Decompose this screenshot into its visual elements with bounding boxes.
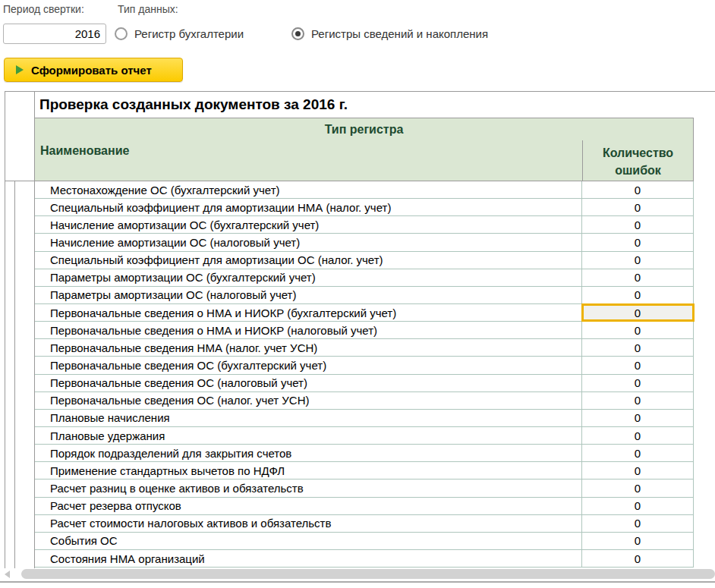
table-row: Плановые начисления 0 bbox=[35, 410, 694, 427]
column-header-name: Наименование bbox=[35, 140, 583, 181]
error-count-cell[interactable]: 0 bbox=[582, 339, 694, 356]
app-window: Период свертки: Тип данных: Регистр бухг… bbox=[0, 0, 715, 588]
register-name-cell[interactable]: События ОС bbox=[35, 533, 582, 549]
error-count-cell[interactable]: 0 bbox=[582, 515, 694, 532]
table-row: Плановые удержания 0 bbox=[35, 427, 694, 445]
table-row: Порядок подразделений для закрытия счето… bbox=[35, 445, 694, 462]
error-count-cell[interactable]: 0 bbox=[582, 216, 694, 233]
error-count-cell[interactable]: 0 bbox=[582, 462, 694, 479]
error-count-cell[interactable]: 0 bbox=[582, 322, 694, 338]
radio-info-accumulation-registers[interactable]: Регистры сведений и накопления bbox=[291, 27, 488, 40]
error-count-cell[interactable]: 0 bbox=[582, 304, 694, 321]
register-name-cell[interactable]: Специальный коэффициент для амортизации … bbox=[35, 252, 582, 269]
register-name-cell[interactable]: Начисление амортизации ОС (бухгалтерский… bbox=[35, 216, 582, 233]
register-name-cell[interactable]: Плановые удержания bbox=[35, 427, 582, 444]
row-group-gutter-line bbox=[14, 181, 15, 568]
error-count-cell[interactable]: 0 bbox=[582, 392, 694, 409]
play-icon bbox=[16, 65, 24, 74]
register-name-cell[interactable]: Первоначальные сведения о НМА и НИОКР (б… bbox=[35, 304, 582, 321]
error-count-cell[interactable]: 0 bbox=[582, 375, 694, 391]
register-name-cell[interactable]: Первоначальные сведения ОС (налоговый уч… bbox=[35, 375, 582, 391]
register-name-cell[interactable]: Первоначальные сведения о НМА и НИОКР (н… bbox=[35, 322, 582, 338]
register-name-cell[interactable]: Расчет резерва отпусков bbox=[35, 498, 582, 514]
register-name-cell[interactable]: Специальный коэффициент для амортизации … bbox=[35, 199, 582, 215]
table-row: Специальный коэффициент для амортизации … bbox=[35, 252, 694, 269]
scrollbar-thumb[interactable] bbox=[21, 569, 715, 579]
period-label: Период свертки: bbox=[3, 3, 84, 15]
radio-checked-icon[interactable] bbox=[291, 27, 304, 40]
register-name-cell[interactable]: Параметры амортизации ОС (налоговый учет… bbox=[35, 287, 582, 303]
table-row: Расчет разниц в оценке активов и обязате… bbox=[35, 480, 694, 497]
radio-info-accumulation-registers-label[interactable]: Регистры сведений и накопления bbox=[311, 27, 488, 40]
register-type-header: Тип регистра bbox=[34, 118, 694, 141]
table-row: Расчет стоимости налоговых активов и обя… bbox=[35, 515, 694, 533]
table-row: События ОС 0 bbox=[35, 533, 694, 550]
table-row: Параметры амортизации ОС (налоговый учет… bbox=[35, 287, 694, 304]
table-left-border bbox=[5, 91, 5, 568]
window-bottom-divider bbox=[0, 581, 715, 583]
scroll-left-arrow-icon[interactable] bbox=[5, 571, 10, 578]
register-name-cell[interactable]: Применение стандартных вычетов по НДФЛ bbox=[35, 462, 582, 479]
register-name-cell[interactable]: Параметры амортизации ОС (бухгалтерский … bbox=[35, 269, 582, 286]
table-row: Состояния НМА организаций 0 bbox=[35, 550, 694, 568]
register-name-cell[interactable]: Расчет стоимости налоговых активов и обя… bbox=[35, 515, 582, 532]
generate-report-button-label: Сформировать отчет bbox=[31, 64, 152, 77]
table-row: Параметры амортизации ОС (бухгалтерский … bbox=[35, 269, 694, 287]
report-rows: Местонахождение ОС (бухгалтерский учет) … bbox=[35, 181, 694, 568]
table-row: Первоначальные сведения ОС (налог. учет … bbox=[35, 392, 694, 410]
radio-accounting-register-label[interactable]: Регистр бухгалтерии bbox=[134, 27, 244, 40]
generate-report-button[interactable]: Сформировать отчет bbox=[4, 58, 183, 82]
table-row: Первоначальные сведения НМА (налог. учет… bbox=[35, 339, 694, 357]
table-row: Начисление амортизации ОС (налоговый уче… bbox=[35, 234, 694, 251]
register-name-cell[interactable]: Первоначальные сведения ОС (налог. учет … bbox=[35, 392, 582, 409]
horizontal-scrollbar[interactable] bbox=[0, 568, 715, 580]
register-name-cell[interactable]: Плановые начисления bbox=[35, 410, 582, 426]
error-count-cell[interactable]: 0 bbox=[582, 550, 694, 567]
error-count-cell[interactable]: 0 bbox=[582, 480, 694, 496]
register-name-cell[interactable]: Начисление амортизации ОС (налоговый уче… bbox=[35, 234, 582, 250]
register-name-cell[interactable]: Первоначальные сведения ОС (бухгалтерски… bbox=[35, 357, 582, 373]
table-row: Первоначальные сведения о НМА и НИОКР (н… bbox=[35, 322, 694, 339]
register-name-cell[interactable]: Первоначальные сведения НМА (налог. учет… bbox=[35, 339, 582, 356]
table-row: Специальный коэффициент для амортизации … bbox=[35, 199, 694, 216]
error-count-cell[interactable]: 0 bbox=[582, 445, 694, 461]
error-count-cell[interactable]: 0 bbox=[582, 287, 694, 303]
error-count-cell[interactable]: 0 bbox=[582, 357, 694, 373]
error-count-cell[interactable]: 0 bbox=[582, 533, 694, 549]
error-count-cell[interactable]: 0 bbox=[582, 199, 694, 215]
gutter-bottom-border bbox=[5, 181, 35, 181]
column-headers: Наименование Количество ошибок bbox=[34, 140, 694, 181]
table-row: Начисление амортизации ОС (бухгалтерский… bbox=[35, 216, 694, 234]
register-name-cell[interactable]: Расчет разниц в оценке активов и обязате… bbox=[35, 480, 582, 496]
error-count-cell[interactable]: 0 bbox=[582, 498, 694, 514]
error-count-cell[interactable]: 0 bbox=[582, 269, 694, 286]
column-header-error-count: Количество ошибок bbox=[583, 140, 693, 181]
table-row: Первоначальные сведения ОС (бухгалтерски… bbox=[35, 357, 694, 374]
data-type-label: Тип данных: bbox=[118, 3, 178, 15]
error-count-cell[interactable]: 0 bbox=[582, 181, 694, 198]
report-title: Проверка созданных документов за 2016 г. bbox=[39, 92, 692, 117]
table-row: Первоначальные сведения ОС (налоговый уч… bbox=[35, 375, 694, 392]
period-input[interactable] bbox=[3, 24, 106, 44]
error-count-cell[interactable]: 0 bbox=[582, 427, 694, 444]
error-count-cell[interactable]: 0 bbox=[582, 234, 694, 250]
table-row: Первоначальные сведения о НМА и НИОКР (б… bbox=[35, 304, 694, 322]
error-count-cell[interactable]: 0 bbox=[582, 410, 694, 426]
table-row: Расчет резерва отпусков 0 bbox=[35, 498, 694, 515]
register-name-cell[interactable]: Порядок подразделений для закрытия счето… bbox=[35, 445, 582, 461]
radio-unchecked-icon[interactable] bbox=[115, 27, 128, 40]
register-name-cell[interactable]: Состояния НМА организаций bbox=[35, 550, 582, 567]
error-count-cell[interactable]: 0 bbox=[582, 252, 694, 269]
register-name-cell[interactable]: Местонахождение ОС (бухгалтерский учет) bbox=[35, 181, 582, 198]
radio-accounting-register[interactable]: Регистр бухгалтерии bbox=[115, 27, 244, 40]
table-row: Местонахождение ОС (бухгалтерский учет) … bbox=[35, 181, 694, 199]
table-row: Применение стандартных вычетов по НДФЛ 0 bbox=[35, 462, 694, 480]
